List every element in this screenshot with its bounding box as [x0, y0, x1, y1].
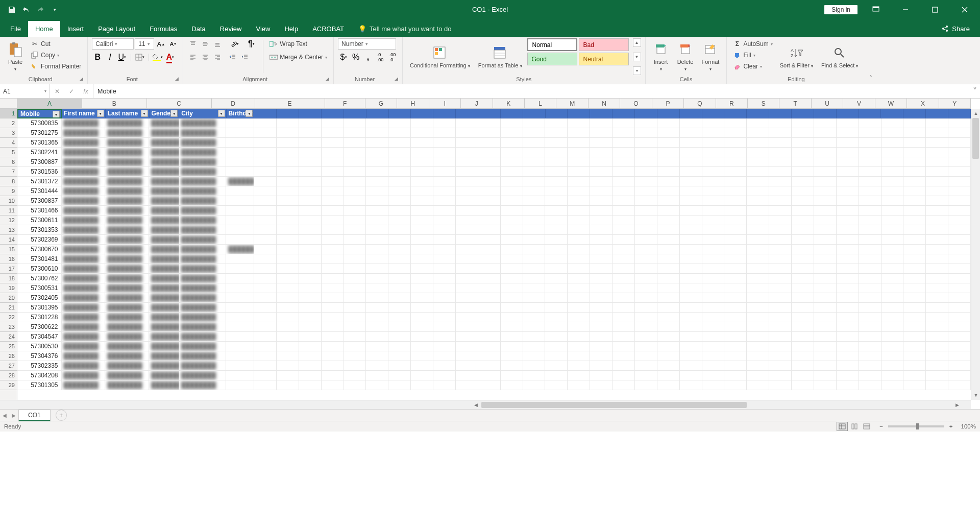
header-cell[interactable]: Last name▼ — [106, 109, 150, 118]
cell[interactable] — [322, 138, 344, 148]
cell-empty[interactable] — [792, 380, 814, 390]
cell[interactable] — [478, 196, 501, 206]
cell[interactable] — [501, 196, 523, 206]
cell[interactable] — [299, 254, 322, 264]
cell[interactable]: ████████ — [149, 245, 179, 254]
cell[interactable]: ████████ — [105, 283, 149, 293]
column-header-D[interactable]: D — [212, 99, 255, 108]
cell-empty[interactable] — [881, 303, 904, 313]
header-cell-empty[interactable] — [546, 109, 568, 118]
cell-empty[interactable] — [523, 264, 546, 274]
row-header-17[interactable]: 17 — [0, 264, 17, 274]
cell-empty[interactable] — [523, 206, 546, 216]
cell[interactable] — [433, 313, 456, 322]
align-right-button[interactable] — [212, 52, 223, 63]
cell-empty[interactable] — [590, 332, 612, 342]
cell-empty[interactable] — [859, 186, 881, 196]
sign-in-button[interactable]: Sign in — [824, 5, 857, 14]
cell[interactable]: 57301395 — [17, 303, 62, 313]
cell-empty[interactable] — [859, 342, 881, 351]
styles-scroll-down[interactable]: ▼ — [633, 53, 641, 61]
filter-button-city[interactable]: ▼ — [218, 110, 225, 117]
cell[interactable] — [478, 235, 501, 245]
cell-empty[interactable] — [657, 118, 680, 128]
cell-empty[interactable] — [635, 157, 657, 167]
cell[interactable] — [254, 380, 277, 390]
cell[interactable] — [433, 196, 456, 206]
cell-empty[interactable] — [657, 206, 680, 216]
cell[interactable] — [226, 235, 254, 245]
cell[interactable] — [254, 148, 277, 157]
cell[interactable] — [322, 283, 344, 293]
cell-empty[interactable] — [590, 303, 612, 313]
cell-empty[interactable] — [903, 342, 926, 351]
cell-empty[interactable] — [859, 274, 881, 283]
column-header-E[interactable]: E — [255, 99, 325, 108]
cell-empty[interactable] — [859, 128, 881, 138]
accounting-format-button[interactable]: $▾ — [338, 52, 349, 63]
cell-empty[interactable] — [859, 118, 881, 128]
cell-empty[interactable] — [747, 196, 769, 206]
cell-empty[interactable] — [702, 216, 725, 225]
cell[interactable] — [226, 206, 254, 216]
header-cell-empty[interactable] — [881, 109, 903, 118]
cell-empty[interactable] — [881, 322, 904, 332]
cell-empty[interactable] — [724, 293, 747, 303]
header-cell-empty[interactable] — [680, 109, 702, 118]
cell-empty[interactable] — [702, 332, 725, 342]
cell[interactable] — [388, 313, 411, 322]
cell-empty[interactable] — [545, 225, 568, 235]
font-color-button[interactable]: A▾ — [164, 52, 176, 63]
cell[interactable] — [322, 216, 344, 225]
header-cell[interactable] — [277, 109, 299, 118]
cell-empty[interactable] — [635, 118, 657, 128]
tab-home[interactable]: Home — [28, 21, 60, 37]
cell-empty[interactable] — [635, 128, 657, 138]
zoom-level[interactable]: 100% — [961, 423, 976, 429]
cell[interactable]: 57301305 — [17, 380, 62, 390]
cell[interactable]: ████████ — [62, 361, 106, 371]
cell[interactable]: ████████ — [179, 245, 226, 254]
cell-empty[interactable] — [903, 128, 926, 138]
cell[interactable]: 57304547 — [17, 332, 62, 342]
cell[interactable] — [411, 274, 433, 283]
cell[interactable] — [366, 128, 388, 138]
cell-empty[interactable] — [837, 225, 859, 235]
cell-empty[interactable] — [612, 128, 635, 138]
cell[interactable] — [254, 322, 277, 332]
cell[interactable] — [254, 206, 277, 216]
cell-empty[interactable] — [612, 254, 635, 264]
cell[interactable]: ████████ — [105, 371, 149, 380]
row-header-21[interactable]: 21 — [0, 303, 17, 313]
cell-empty[interactable] — [792, 361, 814, 371]
insert-cells-button[interactable]: + Insert▾ — [650, 38, 672, 75]
normal-view-button[interactable] — [837, 422, 848, 431]
cell[interactable]: ████████ — [149, 303, 179, 313]
header-cell-empty[interactable] — [769, 109, 792, 118]
cell[interactable]: ████████ — [149, 361, 179, 371]
decrease-indent-button[interactable] — [227, 52, 238, 63]
cell[interactable] — [366, 186, 388, 196]
cell[interactable] — [226, 274, 254, 283]
cell[interactable] — [433, 177, 456, 186]
cell[interactable] — [344, 225, 366, 235]
cell-empty[interactable] — [859, 254, 881, 264]
cell-empty[interactable] — [702, 342, 725, 351]
cell[interactable]: ████████ — [105, 313, 149, 322]
zoom-in-button[interactable]: + — [949, 423, 953, 429]
row-header-4[interactable]: 4 — [0, 138, 17, 148]
cell-empty[interactable] — [568, 380, 590, 390]
cell-empty[interactable] — [837, 303, 859, 313]
cell[interactable] — [411, 264, 433, 274]
cell-empty[interactable] — [545, 380, 568, 390]
cell-empty[interactable] — [747, 380, 769, 390]
cell[interactable] — [366, 293, 388, 303]
cell[interactable] — [277, 186, 299, 196]
cell[interactable]: ████████ — [62, 264, 106, 274]
cell-empty[interactable] — [859, 177, 881, 186]
row-header-13[interactable]: 13 — [0, 225, 17, 235]
cell-empty[interactable] — [859, 148, 881, 157]
cell-empty[interactable] — [523, 196, 546, 206]
cell-empty[interactable] — [590, 371, 612, 380]
cell[interactable]: ████████ — [149, 206, 179, 216]
